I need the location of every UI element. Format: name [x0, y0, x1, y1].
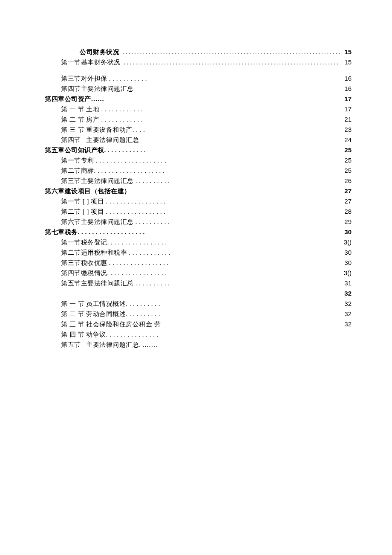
toc-entry-label: 第二节适用税种和税率 . . . . . . . . . . . . [61, 247, 170, 258]
toc-entry-label: 第 二 节 劳动合同概述. . . . . . . . . . [61, 309, 160, 319]
toc-entry: 第二节 [ ] 项目 . . . . . . . . . . . . . . .… [45, 206, 352, 217]
toc-entry-page: 31 [340, 278, 352, 288]
toc-entry: 第三节对外担保 . . . . . . . . . . .16 [45, 73, 352, 84]
toc-entry-page: 26 [340, 176, 352, 186]
toc-entry: 第四节主要法律问题汇总16 [45, 84, 352, 94]
toc-entry-page: 32 [340, 319, 352, 329]
toc-entry: 第五节 主要法律问题汇总. .…… [45, 340, 352, 350]
toc-entry: 第一节基本财务状况 15 [45, 57, 352, 67]
toc-leader [121, 47, 340, 57]
toc-entry-page: 21 [340, 114, 352, 125]
toc-entry-label: 第七章税务. . . . . . . . . . . . . . . . . .… [45, 227, 145, 237]
toc-entry-label: 第二节 [ ] 项目 . . . . . . . . . . . . . . .… [61, 206, 166, 217]
toc-entry-page: 15 [340, 47, 352, 57]
table-of-contents: 公司财务状况 15第一节基本财务状况 15第三节对外担保 . . . . . .… [45, 47, 352, 350]
toc-entry-page: 30 [340, 258, 352, 268]
toc-entry-page: 3() [340, 237, 352, 247]
toc-entry-label: 第一节专利 . . . . . . . . . . . . . . . . . … [61, 155, 167, 166]
toc-entry: 第 四 节 动争议. . . . . . . . . . . . . . . [45, 329, 352, 340]
toc-entry-page: 17 [340, 104, 352, 114]
toc-entry-label: 第六节主要法律问题汇总 . . . . . . . . . . [61, 217, 170, 227]
toc-entry: 第一节专利 . . . . . . . . . . . . . . . . . … [45, 155, 352, 166]
toc-entry-page: 25 [340, 155, 352, 166]
toc-entry: 第七章税务. . . . . . . . . . . . . . . . . .… [45, 227, 352, 237]
toc-entry: 第 二 节 劳动合同概述. . . . . . . . . .32 [45, 309, 352, 319]
toc-entry-page: 16 [340, 73, 352, 84]
toc-entry-label: 第一节基本财务状况 [61, 57, 122, 67]
toc-entry-page: 32 [340, 299, 352, 309]
toc-entry-page: 25 [340, 166, 352, 176]
toc-entry: 第 一 节 员工情况概述. . . . . . . . . .32 [45, 299, 352, 309]
toc-entry: 第六节主要法律问题汇总 . . . . . . . . . .29 [45, 217, 352, 227]
toc-entry: 第三节主要法律问题汇总 . . . . . . . . . .26 [45, 176, 352, 186]
toc-entry-label: 第 四 节 动争议. . . . . . . . . . . . . . . [61, 329, 159, 340]
toc-entry-page: 16 [340, 84, 352, 94]
toc-entry-label: 第四节缴税情况. . . . . . . . . . . . . . . . . [61, 268, 167, 278]
toc-entry-label: 第 三 节 重要设备和动产. . . . [61, 125, 145, 135]
toc-entry-label: 第四节 主要法律问题汇总 [61, 135, 139, 145]
toc-entry-page: 17 [340, 94, 352, 104]
toc-entry: 第四章公司资产……17 [45, 94, 352, 104]
toc-entry: 第三节税收优惠 . . . . . . . . . . . . . . . . … [45, 258, 352, 268]
toc-entry-label: 第三节主要法律问题汇总 . . . . . . . . . . [61, 176, 170, 186]
toc-entry: 第一节税务登记. . . . . . . . . . . . . . . . .… [45, 237, 352, 247]
toc-spacer [45, 67, 352, 73]
toc-entry: 第五章公司知识产权. . . . . . . . . . . .25 [45, 145, 352, 155]
toc-entry: 第二节商标. . . . . . . . . . . . . . . . . .… [45, 166, 352, 176]
toc-entry-page: 27 [340, 196, 352, 206]
toc-entry: 第四节 主要法律问题汇总24 [45, 135, 352, 145]
toc-entry: 第六章建设项目（包括在建）27 [45, 186, 352, 196]
toc-entry: 第一节 [ ] 项目 . . . . . . . . . . . . . . .… [45, 196, 352, 206]
toc-entry-label: 第 一 节 土地 . . . . . . . . . . . . [61, 104, 143, 114]
toc-entry-label: 公司财务状况 [80, 47, 121, 57]
toc-entry-label: 第 二 节 房产 . . . . . . . . . . . . [61, 114, 143, 125]
toc-entry-label: 第一节税务登记. . . . . . . . . . . . . . . . . [61, 237, 167, 247]
toc-entry-label: 第四节主要法律问题汇总 [61, 84, 134, 94]
toc-entry: 第 一 节 土地 . . . . . . . . . . . .17 [45, 104, 352, 114]
toc-entry-label: 第五章公司知识产权. . . . . . . . . . . . [45, 145, 146, 155]
toc-entry-label: 第一节 [ ] 项目 . . . . . . . . . . . . . . .… [61, 196, 166, 206]
toc-entry-page: 32 [340, 288, 352, 299]
toc-entry-page: 30 [340, 227, 352, 237]
toc-entry-page: 15 [340, 57, 352, 67]
toc-leader [122, 57, 340, 67]
toc-entry: 公司财务状况 15 [45, 47, 352, 57]
toc-entry-label: 第 一 节 员工情况概述. . . . . . . . . . [61, 299, 160, 309]
toc-entry-page: 25 [340, 145, 352, 155]
toc-entry-label: 第四章公司资产…… [45, 94, 104, 104]
toc-entry: 第八章32 [45, 288, 352, 299]
toc-entry: 第 二 节 房产 . . . . . . . . . . . .21 [45, 114, 352, 125]
toc-entry: 第五节主要法律问题汇总 . . . . . . . . . .31 [45, 278, 352, 288]
toc-entry-page: 23 [340, 125, 352, 135]
toc-entry-label: 第 三 节 社会保险和住房公积金 劳 [61, 319, 161, 329]
toc-entry-label: 第六章建设项目（包括在建） [45, 186, 131, 196]
toc-entry-label: 第五节主要法律问题汇总 . . . . . . . . . . [61, 278, 170, 288]
toc-entry-page: 30 [340, 247, 352, 258]
toc-entry-page: 28 [340, 206, 352, 217]
toc-entry-label: 第二节商标. . . . . . . . . . . . . . . . . .… [61, 166, 164, 176]
toc-entry: 第 三 节 社会保险和住房公积金 劳32 [45, 319, 352, 329]
toc-entry-label: 第五节 主要法律问题汇总. .…… [61, 340, 158, 350]
toc-entry: 第二节适用税种和税率 . . . . . . . . . . . .30 [45, 247, 352, 258]
toc-entry-page: 3() [340, 268, 352, 278]
toc-entry-page: 32 [340, 309, 352, 319]
toc-entry-page: 24 [340, 135, 352, 145]
toc-entry-page: 29 [340, 217, 352, 227]
toc-entry: 第四节缴税情况. . . . . . . . . . . . . . . . .… [45, 268, 352, 278]
toc-entry: 第 三 节 重要设备和动产. . . .23 [45, 125, 352, 135]
toc-entry-label: 第三节对外担保 . . . . . . . . . . . [61, 73, 147, 84]
toc-entry-label: 第三节税收优惠 . . . . . . . . . . . . . . . . … [61, 258, 169, 268]
toc-entry-page: 27 [340, 186, 352, 196]
